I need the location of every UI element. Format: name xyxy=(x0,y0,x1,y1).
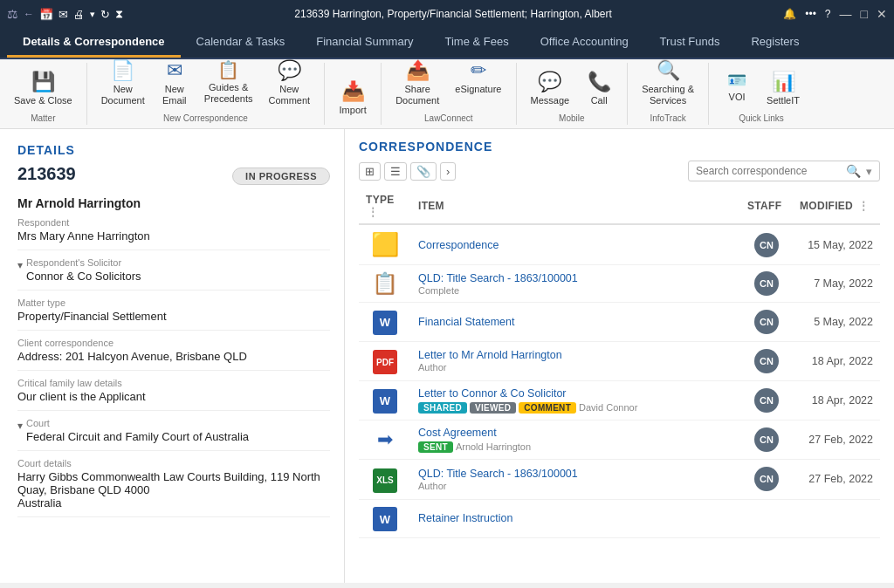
share-document-button[interactable]: 📤 ShareDocument xyxy=(389,56,446,110)
staff-avatar: CN xyxy=(754,310,779,334)
col-staff: STAFF xyxy=(740,188,793,224)
item-title[interactable]: QLD: Title Search - 1863/100001 xyxy=(418,272,733,284)
import-icon: 📥 xyxy=(341,80,365,103)
item-cell: Letter to Connor & Co Solicitor SHAREDVI… xyxy=(411,381,740,420)
minimize-button[interactable]: — xyxy=(840,7,852,21)
status-badge: IN PROGRESS xyxy=(232,168,330,185)
searching-services-button[interactable]: 🔍 Searching &Services xyxy=(635,56,701,110)
client-correspondence-section: Client correspondence Address: 201 Halcy… xyxy=(17,331,330,371)
new-email-label: NewEmail xyxy=(162,84,187,106)
type-cell: W xyxy=(359,499,411,538)
item-cell: Retainer Instruction xyxy=(411,499,740,538)
tab-office-accounting[interactable]: Office Accounting xyxy=(525,28,644,58)
correspondence-view-toggle-3[interactable]: 📎 xyxy=(410,162,437,181)
email-icon[interactable]: ✉ xyxy=(58,8,68,21)
type-cell: 🟨 xyxy=(359,224,411,265)
correspondence-search-box[interactable]: 🔍 ▾ xyxy=(688,161,880,181)
item-cell: QLD: Title Search - 1863/100001 Author xyxy=(411,460,740,500)
staff-avatar: CN xyxy=(754,271,779,296)
correspondence-view-toggle-2[interactable]: ☰ xyxy=(384,162,407,181)
print-icon[interactable]: 🖨 xyxy=(73,8,85,21)
ribbon: 💾 Save & Close Matter 📄 NewDocument ✉ Ne… xyxy=(0,59,894,129)
ribbon-new-correspondence-label: New Correspondence xyxy=(163,113,248,123)
item-subtitle: Author xyxy=(418,481,733,491)
correspondence-icons: ⊞ ☰ 📎 › xyxy=(359,162,456,181)
esignature-icon: ✏ xyxy=(471,59,486,82)
item-title[interactable]: Letter to Mr Arnold Harrington xyxy=(418,349,733,361)
item-title[interactable]: Retainer Instruction xyxy=(418,512,733,524)
court-details-label: Court details xyxy=(17,458,330,468)
matter-status-row: 213639 IN PROGRESS xyxy=(17,164,330,188)
new-comment-button[interactable]: 💬 NewComment xyxy=(261,56,317,110)
voi-button[interactable]: 🪪 VOI xyxy=(716,67,758,106)
modified-cell: 27 Feb, 2022 xyxy=(793,460,880,500)
guides-precedents-button[interactable]: 📋 Guides &Precedents xyxy=(197,56,260,108)
voi-icon: 🪪 xyxy=(727,71,746,90)
item-title[interactable]: QLD: Title Search - 1863/100001 xyxy=(418,468,733,480)
item-title[interactable]: Correspondence xyxy=(418,239,733,251)
client-correspondence-label: Client correspondence xyxy=(17,338,330,348)
tag-viewed: VIEWED xyxy=(470,402,516,414)
correspondence-expand-button[interactable]: › xyxy=(440,162,456,181)
nav-back-icon[interactable]: ← xyxy=(24,8,34,20)
app-icon: ⚖ xyxy=(7,7,18,21)
matter-type-value: Property/Financial Settlement xyxy=(17,310,330,323)
new-document-label: NewDocument xyxy=(101,84,145,106)
message-button[interactable]: 💬 Message xyxy=(524,67,577,110)
item-cell: Cost Agreement SENTArnold Harrington xyxy=(411,420,740,460)
title-bar-left: ⚖ ← 📅 ✉ 🖨 ▾ ↻ ⧗ xyxy=(7,7,123,21)
ribbon-quick-links-label: Quick Links xyxy=(739,113,784,123)
client-correspondence-value: Address: 201 Halcyon Avenue, Brisbane QL… xyxy=(17,350,330,363)
notification-icon[interactable]: 🔔 xyxy=(783,8,796,20)
modified-col-menu[interactable]: ⋮ xyxy=(856,200,870,212)
item-title[interactable]: Cost Agreement xyxy=(418,427,733,439)
modified-date: 27 Feb, 2022 xyxy=(808,434,873,446)
search-dropdown-icon[interactable]: ▾ xyxy=(866,165,872,178)
respondent-solicitor-section: ▾ Respondent's Solicitor Connor & Co Sol… xyxy=(17,250,330,291)
table-row: 🟨 Correspondence CN 15 May, 2022 xyxy=(359,224,880,265)
maximize-button[interactable]: □ xyxy=(861,7,868,21)
court-label: Court xyxy=(26,418,249,428)
refresh-icon[interactable]: ↻ xyxy=(100,8,110,21)
call-button[interactable]: 📞 Call xyxy=(578,67,620,110)
staff-cell: CN xyxy=(740,303,793,342)
court-toggle[interactable]: ▾ xyxy=(17,420,23,432)
calendar-icon[interactable]: 📅 xyxy=(39,8,53,21)
share-document-icon: 📤 xyxy=(406,59,430,82)
modified-cell: 5 May, 2022 xyxy=(793,303,880,342)
type-col-menu[interactable]: ⋮ xyxy=(366,206,380,218)
correspondence-view-toggle-1[interactable]: ⊞ xyxy=(359,162,381,181)
type-cell: 📋 xyxy=(359,265,411,303)
import-button[interactable]: 📥 Import xyxy=(332,77,374,120)
table-row: 📋 QLD: Title Search - 1863/100001 Comple… xyxy=(359,265,880,303)
item-cell: Correspondence xyxy=(411,224,740,265)
help-icon[interactable]: ? xyxy=(825,8,831,20)
history-icon[interactable]: ⧗ xyxy=(115,7,123,21)
close-button[interactable]: ✕ xyxy=(877,7,887,21)
new-email-button[interactable]: ✉ NewEmail xyxy=(154,56,196,110)
esignature-button[interactable]: ✏ eSignature xyxy=(448,56,508,99)
ribbon-group-mobile: 💬 Message 📞 Call Mobile xyxy=(517,63,629,125)
settleit-button[interactable]: 📊 SettleIT xyxy=(760,67,807,110)
tab-registers[interactable]: Registers xyxy=(735,28,815,58)
settleit-label: SettleIT xyxy=(767,95,800,106)
more-icon[interactable]: ••• xyxy=(805,8,816,20)
table-row: W Financial Statement CN 5 May, 2022 xyxy=(359,303,880,342)
tag-shared: SHARED xyxy=(418,402,467,414)
respondent-solicitor-toggle[interactable]: ▾ xyxy=(17,259,23,271)
modified-date: 27 Feb, 2022 xyxy=(808,473,873,485)
tab-financial-summary[interactable]: Financial Summary xyxy=(300,28,429,58)
new-document-button[interactable]: 📄 NewDocument xyxy=(94,56,152,110)
item-title[interactable]: Financial Statement xyxy=(418,316,733,328)
item-title[interactable]: Letter to Connor & Co Solicitor xyxy=(418,387,733,400)
ribbon-group-infotrack: 🔍 Searching &Services InfoTrack xyxy=(628,63,709,125)
search-input[interactable] xyxy=(696,165,841,177)
tab-calendar-tasks[interactable]: Calendar & Tasks xyxy=(181,28,301,58)
tab-time-fees[interactable]: Time & Fees xyxy=(429,28,524,58)
ribbon-group-import: 📥 Import xyxy=(325,63,382,125)
modified-cell xyxy=(793,499,880,538)
tab-trust-funds[interactable]: Trust Funds xyxy=(644,28,736,58)
dropdown-icon[interactable]: ▾ xyxy=(90,9,95,20)
tab-details-correspondence[interactable]: Details & Correspondence xyxy=(7,28,181,58)
save-close-button[interactable]: 💾 Save & Close xyxy=(7,67,79,110)
